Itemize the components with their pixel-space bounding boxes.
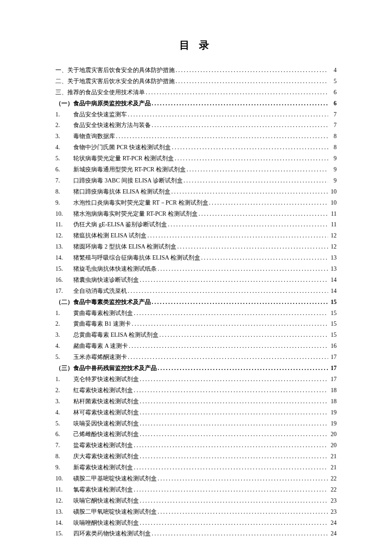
toc-entry-number: 13. <box>55 241 73 252</box>
toc-leader-dots <box>140 407 328 418</box>
toc-entry-page: 24 <box>328 517 337 529</box>
toc-entry-page: 23 <box>328 495 337 506</box>
toc-entry: 3.总黄曲霉毒素 ELISA 检测试剂盒15 <box>55 330 337 341</box>
toc-entry: 15.四环素类药物快速检测试剂盒24 <box>55 528 337 539</box>
toc-entry: 一、关于地震灾害后饮食安全的具体防护措施4 <box>55 65 337 76</box>
toc-entry-label: 猪圆环病毒 2 型抗体 ELISA 检测试剂盒 <box>73 241 176 252</box>
toc-entry-label: 新霉素快速检测试剂盒 <box>73 462 133 473</box>
toc-entry-label: 己烯雌酚快速检测试剂盒 <box>73 429 139 440</box>
toc-entry-number: 4. <box>55 407 73 418</box>
toc-entry-label: 关于地震灾害后饮水安全的具体防护措施 <box>67 76 175 87</box>
toc-leader-dots <box>128 352 328 363</box>
toc-entry-number: 7. <box>55 175 73 186</box>
toc-leader-dots <box>134 440 328 451</box>
toc-entry-label: 轮状病毒荧光定量 RT-PCR 检测试剂盒 <box>73 153 174 164</box>
toc-entry-label: 红霉素快速检测试剂盒 <box>73 385 133 396</box>
toc-entry-label: （一）食品中病原类监控技术及产品 <box>55 98 151 109</box>
toc-entry-number: 9. <box>55 462 73 473</box>
toc-entry: 11.伪狂犬病 gE-ELISA 鉴别诊断试剂盒11 <box>55 219 337 230</box>
toc-entry: （一）食品中病原类监控技术及产品6 <box>55 98 337 109</box>
toc-entry-label: （三）食品中兽药残留监控技术及产品 <box>55 363 157 374</box>
toc-entry: 三、推荐的食品安全使用技术清单6 <box>55 87 337 98</box>
toc-entry-page: 17 <box>328 374 337 385</box>
toc-entry: 17.全自动消毒式洗菜机14 <box>55 286 337 297</box>
toc-entry-label: 林可霉素快速检测试剂盒 <box>73 407 139 418</box>
toc-entry-number: 5. <box>55 153 73 164</box>
toc-entry-page: 18 <box>328 385 337 396</box>
toc-entry-page: 17 <box>328 352 337 363</box>
toc-entry-number: 8. <box>55 186 73 197</box>
toc-entry-page: 15 <box>328 297 337 308</box>
toc-entry: 13.磺胺二甲氧嘧啶快速检测试剂盒23 <box>55 506 337 517</box>
toc-entry-page: 10 <box>328 186 337 197</box>
toc-entry-number: 二、 <box>55 76 67 87</box>
toc-entry-label: 四环素类药物快速检测试剂盒 <box>73 528 151 539</box>
toc-entry: 5.呋喃妥因快速检测试剂盒19 <box>55 418 337 429</box>
toc-leader-dots <box>176 65 328 76</box>
toc-entry: 二、关于地震灾害后饮水安全的具体防护措施5 <box>55 76 337 87</box>
toc-entry-label: 关于地震灾害后饮食安全的具体防护措施 <box>67 65 175 76</box>
toc-leader-dots <box>176 76 328 87</box>
toc-leader-dots <box>140 495 328 506</box>
toc-entry: 9.新霉素快速检测试剂盒21 <box>55 462 337 473</box>
toc-leader-dots <box>128 286 328 297</box>
toc-entry-page: 22 <box>328 484 337 495</box>
toc-leader-dots <box>171 186 328 197</box>
toc-leader-dots <box>116 131 328 142</box>
toc-entry-number: 7. <box>55 440 73 451</box>
toc-entry: 1.黄曲霉毒素检测试剂盒15 <box>55 308 337 319</box>
toc-entry-page: 8 <box>328 131 337 142</box>
toc-entry-page: 20 <box>328 429 337 440</box>
toc-entry-page: 6 <box>328 98 337 109</box>
toc-leader-dots <box>187 164 328 175</box>
toc-leader-dots <box>158 263 328 275</box>
toc-entry-page: 20 <box>328 440 337 451</box>
toc-entry-number: 一、 <box>55 65 67 76</box>
toc-leader-dots <box>140 396 328 407</box>
toc-entry: （三）食品中兽药残留监控技术及产品17 <box>55 363 337 374</box>
toc-entry-page: 7 <box>328 120 337 131</box>
toc-entry-label: 猪旋毛虫病抗体快速检测试纸条 <box>73 263 157 275</box>
toc-entry-number: 5. <box>55 352 73 363</box>
toc-entry-number: 8. <box>55 451 73 462</box>
toc-entry-number: 2. <box>55 385 73 396</box>
toc-leader-dots <box>209 197 328 208</box>
toc-entry: 1.食品安全快速监测车7 <box>55 109 337 120</box>
toc-entry-label: 庆大霉素快速检测试剂盒 <box>73 451 139 462</box>
toc-entry-page: 9 <box>328 164 337 175</box>
toc-entry-page: 24 <box>328 528 337 539</box>
toc-entry-label: 猪水泡病病毒实时荧光定量 RT-PCR 检测试剂盒 <box>73 208 198 220</box>
toc-leader-dots <box>158 473 328 484</box>
toc-entry: 8.庆大霉素快速检测试剂盒21 <box>55 451 337 462</box>
toc-entry-label: 猪繁殖与呼吸综合征病毒抗体 ELISA 检测试剂盒 <box>73 252 200 263</box>
toc-leader-dots <box>152 120 328 131</box>
toc-entry-page: 12 <box>328 241 337 252</box>
toc-entry-number: 17. <box>55 286 73 297</box>
toc-entry: 12.呋喃它酮快速检测试剂盒23 <box>55 495 337 506</box>
toc-entry-page: 18 <box>328 396 337 407</box>
toc-entry-page: 15 <box>328 318 337 330</box>
toc-entry-label: 新城疫病毒通用型荧光 RT-PCR 检测试剂盒 <box>73 164 186 175</box>
toc-entry: 2.黄曲霉毒素 B1 速测卡15 <box>55 318 337 330</box>
toc-entry-label: 食品安全快速检测方法与装备 <box>73 120 151 131</box>
toc-entry: 6.新城疫病毒通用型荧光 RT-PCR 检测试剂盒9 <box>55 164 337 175</box>
toc-entry-page: 22 <box>328 473 337 484</box>
toc-entry: 15.猪旋毛虫病抗体快速检测试纸条13 <box>55 263 337 275</box>
toc-entry: 2.食品安全快速检测方法与装备7 <box>55 120 337 131</box>
toc-entry-page: 19 <box>328 418 337 429</box>
toc-entry-label: 猪瘟抗体检测 ELISA 试剂盒 <box>73 230 147 241</box>
toc-entry-label: 黄曲霉毒素检测试剂盒 <box>73 308 133 319</box>
toc-entry-number: 6. <box>55 429 73 440</box>
toc-entry-number: 3. <box>55 396 73 407</box>
toc-entry-page: 19 <box>328 407 337 418</box>
toc-leader-dots <box>152 528 328 539</box>
toc-entry: （二）食品中毒素类监控技术及产品15 <box>55 297 337 308</box>
toc-entry: 10.猪水泡病病毒实时荧光定量 RT-PCR 检测试剂盒11 <box>55 208 337 220</box>
toc-leader-dots <box>140 418 328 429</box>
toc-entry: 3.毒物查询数据库8 <box>55 131 337 142</box>
toc-entry-label: 伪狂犬病 gE-ELISA 鉴别诊断试剂盒 <box>73 219 167 230</box>
toc-entry: 7.口蹄疫病毒 3ABC 间接 ELISA 诊断试剂盒9 <box>55 175 337 186</box>
toc-entry: 4.赭曲霉毒素 A 速测卡16 <box>55 341 337 352</box>
toc-leader-dots <box>140 517 328 529</box>
toc-entry: 1.克仑特罗快速检测试剂盒17 <box>55 374 337 385</box>
